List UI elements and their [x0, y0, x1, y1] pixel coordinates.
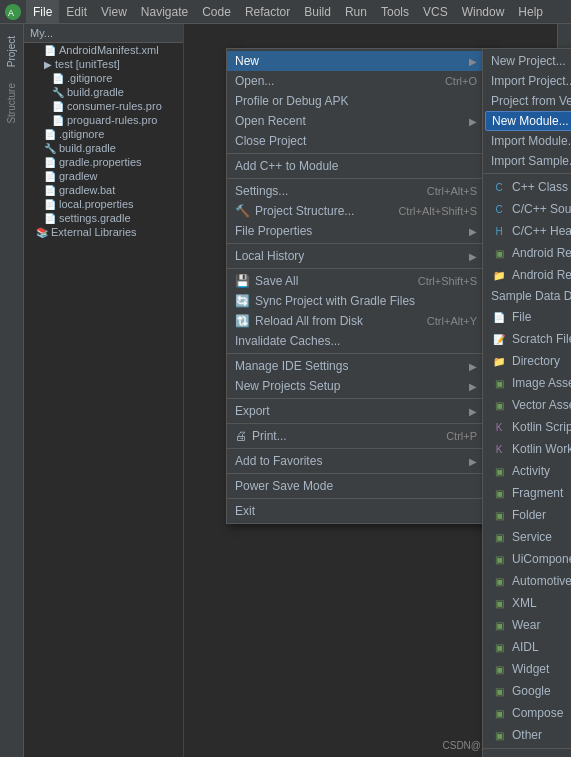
menu-new-cppheader[interactable]: H C/C++ Header File [483, 220, 571, 242]
menu-new-kotlinscript[interactable]: K Kotlin Script [483, 416, 571, 438]
project-item-proguardrules[interactable]: 📄proguard-rules.pro [24, 113, 183, 127]
sidebar-tab-project[interactable]: Project [4, 30, 19, 73]
profiledebug-label: Profile or Debug APK [235, 94, 348, 108]
menu-new-projectfromvcs[interactable]: Project from Version Control... [483, 91, 571, 111]
submenu-arrow-icon: ▶ [469, 116, 477, 127]
project-item-gradleprops[interactable]: 📄gradle.properties [24, 155, 183, 169]
project-item-settingsgradle[interactable]: 📄settings.gradle [24, 211, 183, 225]
project-item-androidmanifest[interactable]: 📄AndroidManifest.xml [24, 43, 183, 57]
menu-file-syncgradle[interactable]: 🔄 Sync Project with Gradle Files [227, 291, 485, 311]
project-item-extlibs[interactable]: 📚External Libraries [24, 225, 183, 239]
folder-icon: ▶ [44, 59, 52, 70]
menu-file-closeproject[interactable]: Close Project [227, 131, 485, 151]
menu-new-importmodule[interactable]: Import Module... [483, 131, 571, 151]
kotlin-script-icon: K [491, 419, 507, 435]
menu-new-newproject[interactable]: New Project... [483, 51, 571, 71]
vectorasset-label: Vector Asset [512, 398, 571, 412]
menu-file-open[interactable]: Open... Ctrl+O [227, 71, 485, 91]
menu-file-openrecent[interactable]: Open Recent ▶ [227, 111, 485, 131]
menu-new-kotlinworksheet[interactable]: K Kotlin Worksheet [483, 438, 571, 460]
cppclass-label: C++ Class [512, 180, 568, 194]
menu-file-manageidesettings[interactable]: Manage IDE Settings ▶ [227, 356, 485, 376]
menu-new-other[interactable]: ▣ Other ▶ [483, 724, 571, 746]
menu-edit[interactable]: Edit [59, 0, 94, 23]
menu-code[interactable]: Code [195, 0, 238, 23]
menu-new-file[interactable]: 📄 File [483, 306, 571, 328]
project-item-gitignore2[interactable]: 📄.gitignore [24, 127, 183, 141]
menu-file-new[interactable]: New ▶ [227, 51, 485, 71]
menu-file-addtofavorites[interactable]: Add to Favorites ▶ [227, 451, 485, 471]
menu-new-google[interactable]: ▣ Google ▶ [483, 680, 571, 702]
project-item-buildgradle2[interactable]: 🔧build.gradle [24, 141, 183, 155]
menu-new-fragment[interactable]: ▣ Fragment ▶ [483, 482, 571, 504]
project-item-gradlewbat[interactable]: 📄gradlew.bat [24, 183, 183, 197]
menu-file-fileprops[interactable]: File Properties ▶ [227, 221, 485, 241]
menu-file-powersave[interactable]: Power Save Mode [227, 476, 485, 496]
project-item-test[interactable]: ▶test [unitTest] [24, 57, 183, 71]
menu-divider-10 [227, 498, 485, 499]
projectstructure-icon: 🔨 [235, 204, 250, 218]
menu-new-cppclass[interactable]: C C++ Class [483, 176, 571, 198]
menu-new-compose[interactable]: ▣ Compose ▶ [483, 702, 571, 724]
menu-new-wear[interactable]: ▣ Wear ▶ [483, 614, 571, 636]
menu-navigate[interactable]: Navigate [134, 0, 195, 23]
menu-new-importproject[interactable]: Import Project... [483, 71, 571, 91]
menu-vcs[interactable]: VCS [416, 0, 455, 23]
menu-new-widget[interactable]: ▣ Widget ▶ [483, 658, 571, 680]
menu-refactor[interactable]: Refactor [238, 0, 297, 23]
menu-file-export[interactable]: Export ▶ [227, 401, 485, 421]
menu-file-saveall[interactable]: 💾 Save All Ctrl+Shift+S [227, 271, 485, 291]
menu-new-activity[interactable]: ▣ Activity ▶ [483, 460, 571, 482]
menu-file-newprojectssetup[interactable]: New Projects Setup ▶ [227, 376, 485, 396]
menu-new-scratchfile[interactable]: 📝 Scratch File Ctrl+Alt+Shift+Insert [483, 328, 571, 350]
project-item-localprops[interactable]: 📄local.properties [24, 197, 183, 211]
project-item-consumerrules[interactable]: 📄consumer-rules.pro [24, 99, 183, 113]
project-item-buildgradle1[interactable]: 🔧build.gradle [24, 85, 183, 99]
menu-file-settings[interactable]: Settings... Ctrl+Alt+S [227, 181, 485, 201]
menu-new-aidl[interactable]: ▣ AIDL ▶ [483, 636, 571, 658]
menu-new-folder[interactable]: ▣ Folder ▶ [483, 504, 571, 526]
folder-label: Folder [512, 508, 546, 522]
menu-new-resourcebundle[interactable]: 🗂 Resource Bundle [483, 751, 571, 757]
libs-icon: 📚 [36, 227, 48, 238]
menu-file[interactable]: File [26, 0, 59, 23]
menu-file-addcpp[interactable]: Add C++ to Module [227, 156, 485, 176]
menu-divider-4 [227, 268, 485, 269]
menu-run[interactable]: Run [338, 0, 374, 23]
menu-tools[interactable]: Tools [374, 0, 416, 23]
menu-new-androidresdir[interactable]: 📁 Android Resource Directory [483, 264, 571, 286]
menu-new-vectorasset[interactable]: ▣ Vector Asset [483, 394, 571, 416]
menu-new-importsample[interactable]: Import Sample... [483, 151, 571, 171]
android-resdir-icon: 📁 [491, 267, 507, 283]
menu-new-uicomponent[interactable]: ▣ UiComponent ▶ [483, 548, 571, 570]
menu-new-androidresfile[interactable]: ▣ Android Resource File [483, 242, 571, 264]
newprojectssetup-label: New Projects Setup [235, 379, 340, 393]
menu-new-automotive[interactable]: ▣ Automotive ▶ [483, 570, 571, 592]
menu-new-cppsource[interactable]: C C/C++ Source File [483, 198, 571, 220]
menu-new-service[interactable]: ▣ Service ▶ [483, 526, 571, 548]
sidebar-tab-structure[interactable]: Structure [4, 77, 19, 130]
menu-help[interactable]: Help [511, 0, 550, 23]
kotlin-worksheet-icon: K [491, 441, 507, 457]
compose-icon: ▣ [491, 705, 507, 721]
menu-file-exit[interactable]: Exit [227, 501, 485, 521]
main-area: Project Structure My... 📄AndroidManifest… [0, 24, 571, 757]
menu-file-reloadall[interactable]: 🔃 Reload All from Disk Ctrl+Alt+Y [227, 311, 485, 331]
menu-window[interactable]: Window [455, 0, 512, 23]
menu-new-xml[interactable]: ▣ XML ▶ [483, 592, 571, 614]
file-icon: 📄 [52, 73, 64, 84]
project-item-gradlew[interactable]: 📄gradlew [24, 169, 183, 183]
project-item-gitignore1[interactable]: 📄.gitignore [24, 71, 183, 85]
menu-new-imageasset[interactable]: ▣ Image Asset [483, 372, 571, 394]
menu-new-sampledatadir[interactable]: Sample Data Directory [483, 286, 571, 306]
menu-file-invalidate[interactable]: Invalidate Caches... [227, 331, 485, 351]
menu-new-directory[interactable]: 📁 Directory [483, 350, 571, 372]
menu-file-localhistory[interactable]: Local History ▶ [227, 246, 485, 266]
menu-file-print[interactable]: 🖨 Print... Ctrl+P [227, 426, 485, 446]
menu-build[interactable]: Build [297, 0, 338, 23]
menu-file-profiledebug[interactable]: Profile or Debug APK [227, 91, 485, 111]
menu-new-newmodule[interactable]: New Module... [485, 111, 571, 131]
new-submenu-dropdown: New Project... Import Project... Project… [482, 48, 571, 757]
menu-file-projectstructure[interactable]: 🔨 Project Structure... Ctrl+Alt+Shift+S [227, 201, 485, 221]
menu-view[interactable]: View [94, 0, 134, 23]
